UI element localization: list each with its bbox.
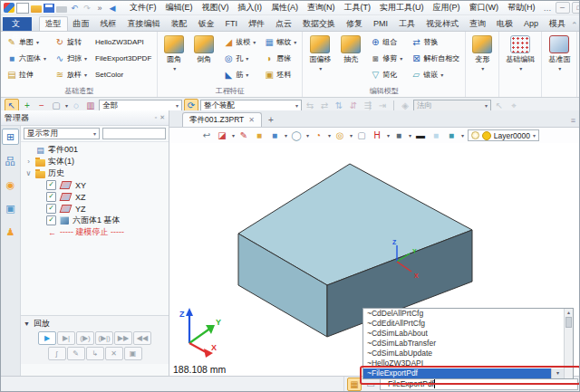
ribbon-tab[interactable]: 点云: [270, 17, 297, 31]
ribbon-tab[interactable]: 模具: [544, 17, 571, 31]
table-toggle-icon[interactable]: ▦: [347, 378, 362, 391]
menu-item[interactable]: 文件(F): [125, 1, 161, 14]
open-file-icon[interactable]: [31, 5, 42, 13]
role-tab[interactable]: ♟: [3, 225, 18, 239]
new-file-icon[interactable]: [16, 3, 29, 14]
ribbon-collapse-icon[interactable]: ⌃: [571, 21, 578, 30]
collapse-icon[interactable]: ◀: [107, 3, 118, 14]
undo-icon[interactable]: ↶: [69, 3, 80, 14]
ribbon-button[interactable]: ■六面体▾: [5, 50, 48, 66]
scrollbar[interactable]: ▲: [564, 309, 573, 378]
play-pause-button[interactable]: (▶|): [95, 331, 113, 345]
manager-tree-tab[interactable]: ⊞: [2, 129, 19, 145]
erase-icon[interactable]: ◪: [216, 129, 228, 141]
frame-icon[interactable]: ▢: [355, 129, 368, 141]
teal-cube-icon[interactable]: ■: [445, 129, 458, 141]
ribbon-button[interactable]: SetColor: [93, 66, 153, 82]
ribbon-button-big[interactable]: 抽壳: [338, 33, 363, 64]
new-tab-button[interactable]: +: [268, 115, 274, 125]
ribbon-button-big[interactable]: 面偏移▾: [306, 33, 334, 72]
play-to-end-button[interactable]: ▶|: [57, 331, 75, 345]
ribbon-button[interactable]: ◙修剪▾: [368, 50, 404, 66]
ribbon-tab[interactable]: 焊件: [243, 17, 270, 31]
view-tab[interactable]: ◉: [3, 177, 18, 192]
checkbox[interactable]: ✓: [46, 215, 56, 225]
play-button[interactable]: ▶: [38, 331, 56, 345]
panel-float-icon[interactable]: ▫: [155, 114, 157, 121]
ribbon-button-big[interactable]: 圆角▾: [161, 33, 187, 72]
view-cube-icon[interactable]: ■: [268, 129, 281, 141]
ribbon-button[interactable]: ⊠解析自相交: [409, 50, 461, 66]
ribbon-tab[interactable]: 曲面: [68, 17, 95, 31]
command-history-item[interactable]: ~HelloZW3DAPI: [363, 359, 564, 368]
ribbon-button[interactable]: ∿扫掠▾: [53, 50, 89, 66]
ribbon-button[interactable]: ↻旋转: [53, 33, 89, 50]
checkbox[interactable]: ✓: [46, 180, 56, 190]
ribbon-tab[interactable]: 直接编辑: [122, 17, 166, 31]
ribbon-tab[interactable]: 装配: [166, 17, 193, 31]
command-history-item[interactable]: ~CdSimLabUpdate: [363, 349, 564, 359]
checkbox[interactable]: ✓: [46, 204, 56, 214]
background-icon[interactable]: ▬: [414, 129, 427, 141]
snapshot-button[interactable]: ▣: [124, 347, 142, 360]
ribbon-tab[interactable]: 查询: [464, 17, 491, 31]
ribbon-button[interactable]: ▱镶嵌▾: [409, 66, 461, 82]
menu-item[interactable]: 视图(V): [198, 1, 234, 14]
rewind-button[interactable]: ◀◀: [133, 331, 151, 345]
menu-overflow[interactable]: …: [542, 4, 554, 13]
ribbon-button[interactable]: ◎孔▾: [221, 50, 257, 66]
ribbon-tab[interactable]: 钣金: [193, 17, 220, 31]
toolbar-overflow-icon[interactable]: »: [94, 3, 105, 14]
menu-item[interactable]: 属性(A): [266, 1, 303, 14]
collapse-triangle-icon[interactable]: ▼: [24, 320, 30, 327]
spotlight-icon[interactable]: ◎: [334, 129, 346, 141]
maximize-icon[interactable]: □: [572, 2, 580, 14]
layer-control[interactable]: Layer0000 ▾: [468, 129, 539, 141]
print-icon[interactable]: [56, 6, 67, 13]
combo-arrow-icon[interactable]: ▾: [551, 368, 564, 378]
ribbon-button-big[interactable]: 基准面▾: [546, 33, 573, 72]
tree-item[interactable]: ✓XZ: [21, 191, 169, 203]
ribbon-button[interactable]: ▤拉伸: [5, 66, 48, 82]
curve-edit-button[interactable]: ʃ: [48, 347, 66, 360]
minimize-icon[interactable]: ─: [556, 2, 570, 14]
save-icon[interactable]: [44, 4, 54, 13]
ribbon-button[interactable]: ▽简化: [368, 66, 404, 82]
ribbon-button[interactable]: ⇄替换: [409, 33, 461, 50]
menu-item[interactable]: 查询(N): [303, 1, 340, 14]
ribbon-tab[interactable]: App: [518, 17, 544, 31]
panel-close-icon[interactable]: ✕: [160, 114, 165, 121]
exit-icon[interactable]: ↩: [200, 129, 213, 141]
ribbon-button[interactable]: HelloZW3DAPI: [93, 33, 153, 50]
tree-item[interactable]: ✓YZ: [21, 203, 169, 215]
ribbon-button[interactable]: ▦螺纹▾: [262, 33, 298, 50]
menu-item[interactable]: 帮助(H): [503, 1, 540, 14]
ribbon-button[interactable]: ◢拔模▾: [221, 33, 257, 50]
menu-item[interactable]: 应用(P): [429, 1, 465, 14]
tree-item[interactable]: ✓XY: [21, 179, 169, 191]
wireframe-globe-icon[interactable]: ◯: [290, 129, 303, 141]
delete-feature-button[interactable]: ✕: [105, 347, 123, 360]
fast-forward-button[interactable]: ▶▶: [114, 331, 132, 345]
menu-item[interactable]: 插入(I): [234, 1, 267, 14]
shaded-cube-icon[interactable]: ■: [392, 129, 405, 141]
sketch-edit-button[interactable]: ✎: [67, 347, 85, 360]
command-history-item[interactable]: ~CdSimLabAbout: [363, 329, 564, 339]
menu-item[interactable]: 实用工具(U): [375, 1, 429, 14]
visualize-tab[interactable]: ▣: [3, 201, 18, 215]
ribbon-tab[interactable]: FTI: [220, 17, 244, 31]
tree-item[interactable]: ✓六面体1 基体: [21, 215, 169, 226]
ribbon-tab[interactable]: 工具: [393, 17, 420, 31]
compass-icon[interactable]: ◔: [312, 129, 324, 141]
ribbon-button-big[interactable]: 倒角: [191, 33, 217, 64]
assembly-tab[interactable]: 品: [3, 154, 18, 168]
ribbon-tab[interactable]: 数据交换: [297, 17, 341, 31]
file-tab[interactable]: 文件(F): [3, 17, 32, 31]
command-input[interactable]: ~FileExportPdf: [380, 378, 578, 390]
ribbon-tab[interactable]: 电极: [491, 17, 518, 31]
command-history-item[interactable]: ~CdEditAllPrtCfg: [363, 319, 564, 329]
ribbon-button[interactable]: ◣筋▾: [221, 66, 257, 82]
menu-item[interactable]: 编辑(E): [161, 1, 198, 14]
redo-icon[interactable]: ↷: [82, 3, 92, 14]
ribbon-button[interactable]: ≋放样▾: [53, 66, 89, 82]
